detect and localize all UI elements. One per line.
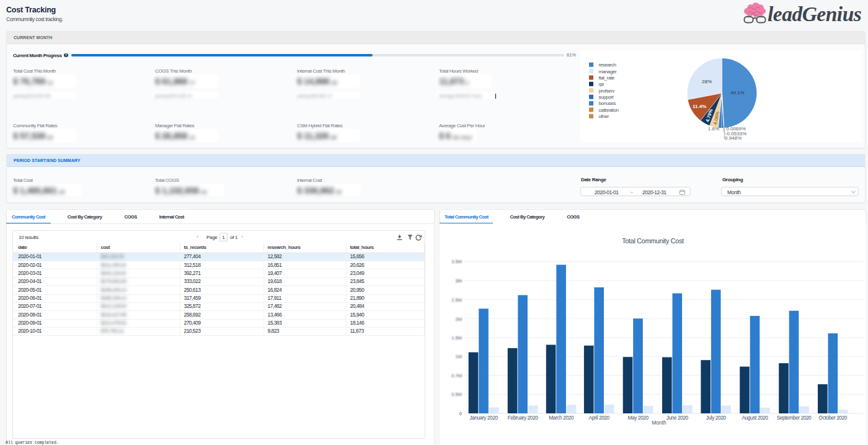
svg-text:1.5M: 1.5M (451, 335, 462, 341)
svg-text:leadGenius: leadGenius (768, 2, 861, 25)
svg-text:August 2020: August 2020 (742, 415, 768, 421)
svg-text:other: other (599, 114, 609, 119)
svg-text:1.6%: 1.6% (708, 126, 719, 132)
svg-text:Total Community Cost: Total Community Cost (622, 237, 684, 245)
svg-text:2.5M: 2.5M (451, 297, 462, 303)
svg-text:January 2020: January 2020 (469, 415, 498, 421)
svg-text:profserv: profserv (599, 88, 615, 94)
svg-text:manager: manager (599, 69, 618, 74)
svg-text:bonuses: bonuses (599, 101, 616, 106)
svg-text:October 2020: October 2020 (819, 415, 848, 421)
svg-text:0.7M: 0.7M (451, 373, 462, 379)
svg-text:February 2020: February 2020 (508, 415, 538, 421)
svg-text:flat_rate: flat_rate (599, 75, 615, 81)
svg-text:11.4%: 11.4% (693, 104, 706, 109)
svg-text:Month: Month (652, 420, 666, 426)
svg-text:May 2020: May 2020 (627, 415, 649, 421)
svg-text:qa: qa (599, 81, 604, 87)
svg-text:0.5M: 0.5M (451, 392, 462, 397)
svg-text:support: support (599, 94, 614, 100)
svg-text:1M: 1M (456, 354, 462, 359)
svg-text:2M: 2M (456, 317, 462, 322)
svg-text:April 2020: April 2020 (589, 415, 610, 421)
svg-text:28%: 28% (702, 79, 712, 84)
svg-text:3M: 3M (456, 278, 462, 284)
svg-text:3.5M: 3.5M (451, 259, 462, 264)
svg-text:0.948%: 0.948% (725, 135, 742, 141)
svg-text:research: research (599, 62, 616, 68)
svg-text:March 2020: March 2020 (549, 415, 574, 421)
svg-text:calibration: calibration (599, 107, 619, 113)
svg-text:September 2020: September 2020 (777, 415, 812, 421)
svg-text:49.1%: 49.1% (730, 90, 745, 96)
svg-text:June 2020: June 2020 (666, 415, 689, 421)
svg-text:0: 0 (459, 411, 462, 416)
svg-text:July 2020: July 2020 (706, 415, 727, 421)
